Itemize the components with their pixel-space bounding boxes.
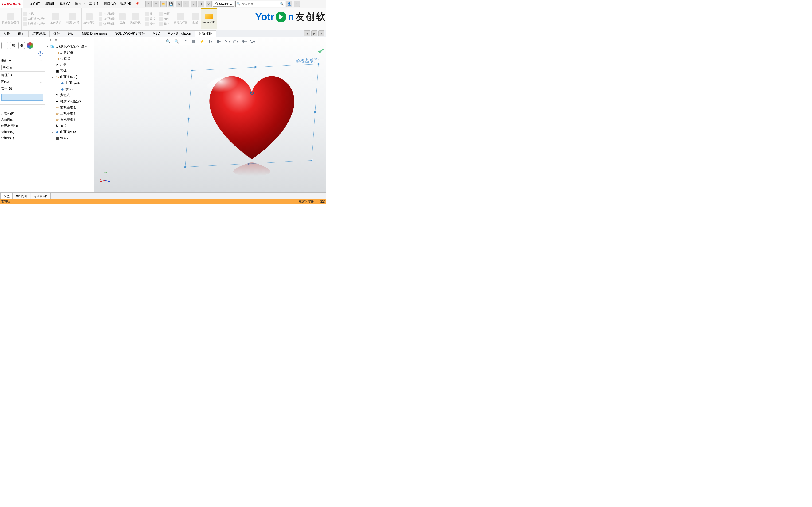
tree-front-plane[interactable]: ▱前视基准面	[46, 105, 94, 111]
tab-prev-icon[interactable]: ◀	[304, 30, 310, 36]
viewport[interactable]: 🔍 🔍 ↺ ▦ ⚡ ▮▾ ▮▾ 👁▾ ▢▾ ⚙▾ 🖵▾ ✔ 前视基准面	[94, 37, 326, 192]
display-icon[interactable]: ▮▾	[207, 38, 214, 44]
mirror-button[interactable]: 镜向	[159, 22, 170, 26]
tree-sensors[interactable]: 🗀传感器	[46, 56, 94, 62]
section-icon[interactable]: ▦	[191, 38, 197, 44]
tab-mbddim[interactable]: MBD Dimensions	[78, 30, 111, 37]
tree-equations[interactable]: Σ方程式	[46, 92, 94, 98]
tab-struct[interactable]: 结构系统	[29, 30, 50, 37]
tab-eval[interactable]: 评估	[64, 30, 78, 37]
pm-icon-2[interactable]: ▧	[10, 42, 16, 49]
extr-cut-button[interactable]: 拉伸切除	[50, 13, 61, 25]
tree-top-plane[interactable]: ▱上视基准面	[46, 111, 94, 117]
tree-surfbodies[interactable]: ▾🗀曲面实体(2)	[46, 74, 94, 80]
curve-button[interactable]: 曲线	[192, 13, 199, 25]
btab-motion[interactable]: 运动算例1	[31, 193, 51, 199]
handle-tr[interactable]	[317, 63, 320, 65]
print-icon[interactable]: 🖨	[175, 1, 182, 7]
tree-right-plane[interactable]: ▱右视基准面	[46, 117, 94, 123]
tab-expand-icon[interactable]: ⤢	[318, 30, 324, 36]
hide-show-icon[interactable]: 👁▾	[224, 38, 231, 44]
pm-sec-opts-head[interactable]: ⌃	[0, 105, 45, 111]
camera-icon[interactable]: ▢▾	[233, 38, 239, 44]
zoom-fit-icon[interactable]: 🔍	[165, 38, 171, 44]
tab-sketch[interactable]: 草图	[0, 30, 14, 37]
monitor-icon[interactable]: 🖵▾	[250, 38, 256, 44]
opt-partial-preview[interactable]: 分预览(T)	[0, 135, 45, 141]
tree-root[interactable]: ▾🧊心 (默认<<默认>_显示...	[46, 44, 94, 50]
pm-icon-3[interactable]: ⊕	[18, 42, 25, 49]
sweep-cut-button[interactable]: 扫描切除	[99, 12, 115, 16]
menu-window[interactable]: 窗口(W)	[102, 1, 117, 7]
user-icon[interactable]: 👤	[286, 1, 292, 7]
bound-cut-button[interactable]: 边界切除	[99, 22, 115, 26]
tab-next-icon[interactable]: ▶	[311, 30, 317, 36]
handle-tm[interactable]	[254, 66, 257, 68]
search-box[interactable]: 🔍 🔍	[236, 1, 285, 7]
ok-check-icon[interactable]: ✔	[317, 46, 325, 56]
btab-3dview[interactable]: 3D 视图	[13, 193, 30, 199]
tab-surface[interactable]: 曲面	[14, 30, 29, 37]
view-triad[interactable]: Y X	[99, 171, 111, 183]
tab-addin[interactable]: SOLIDWORKS 插件	[111, 30, 149, 37]
opt-full-preview[interactable]: 整预览(U)	[0, 129, 45, 135]
tab-flow[interactable]: Flow Simulation	[164, 30, 195, 37]
rev-cut-button[interactable]: 旋转切除	[84, 13, 95, 25]
loft-button[interactable]: 放样凸台/基体	[23, 17, 46, 21]
instant3d-button[interactable]: Instant3D	[201, 8, 217, 29]
menu-tools[interactable]: 工具(T)	[87, 1, 101, 7]
menu-insert[interactable]: 插入(I)	[73, 1, 86, 7]
pm-icon-4[interactable]	[27, 42, 33, 49]
open-icon[interactable]: 📂	[160, 1, 166, 7]
pm-sec-f-head[interactable]: 特征(F)⌄	[0, 71, 45, 78]
tree-annotations[interactable]: ▸A注解	[46, 62, 94, 68]
tree-surfloft3[interactable]: ◆曲面-放样3	[46, 80, 94, 86]
boundary-button[interactable]: 边界凸台/基体	[23, 22, 46, 26]
menu-edit[interactable]: 编辑(E)	[43, 1, 57, 7]
tree-material[interactable]: ≡材质 <未指定>	[46, 98, 94, 105]
menu-file[interactable]: 文件(F)	[28, 1, 42, 7]
btab-model[interactable]: 模型	[0, 193, 13, 199]
search-input[interactable]	[241, 2, 280, 6]
handle-lm[interactable]	[188, 118, 190, 120]
opt-propagate-vis[interactable]: 伸视象属性(P)	[0, 123, 45, 129]
rib-button[interactable]: 筋	[145, 12, 155, 16]
tree-mirror7b[interactable]: ▥镜向7	[46, 135, 94, 141]
pin-icon[interactable]: 📌	[134, 1, 140, 7]
pm-sec-b-head[interactable]: 实体(B)	[0, 85, 45, 92]
scene-icon[interactable]: ▮▾	[216, 38, 222, 44]
intersect-button[interactable]: 相交	[159, 17, 170, 21]
menu-help[interactable]: 帮助(H)	[119, 1, 133, 7]
handle-bl[interactable]	[184, 166, 187, 168]
tree-solid[interactable]: ▣实体	[46, 68, 94, 74]
doc-name[interactable]: 心.SLDPR...	[213, 1, 234, 7]
search-go-icon[interactable]: 🔍	[280, 2, 284, 6]
pm-icon-1[interactable]	[1, 42, 8, 49]
tab-analysis[interactable]: 分析准备	[195, 30, 216, 37]
undo-icon[interactable]: ↶	[183, 1, 189, 7]
draft-button[interactable]: 拨模	[145, 17, 155, 21]
loft-cut-button[interactable]: 放样切除	[99, 17, 115, 21]
opt-knit-surf[interactable]: 合曲面(K)	[0, 117, 45, 123]
settings-icon[interactable]: ⚙▾	[241, 38, 247, 44]
prev-view-icon[interactable]: ↺	[182, 38, 188, 44]
sweep-button[interactable]: 扫描	[23, 12, 46, 16]
tab-mbd[interactable]: MBD	[149, 30, 164, 37]
heart-model[interactable]: ↻	[193, 70, 311, 192]
hole-button[interactable]: 异型孔向导	[65, 13, 80, 25]
tree-loft3[interactable]: ▸◆曲面-放样3	[46, 129, 94, 135]
fillet-button[interactable]: 圆角	[119, 13, 126, 25]
shell-button[interactable]: 抽壳	[145, 22, 155, 26]
handle-tl[interactable]	[191, 69, 193, 72]
help-icon[interactable]: ?	[294, 1, 300, 7]
appearance-icon[interactable]: ⚡	[199, 38, 205, 44]
pm-sec-m-head[interactable]: 准面(M)⌃	[0, 57, 45, 64]
opt-merge-solid[interactable]: 并实体(R)	[0, 111, 45, 117]
tab-weld[interactable]: 焊件	[50, 30, 64, 37]
tree-origin[interactable]: ↳原点	[46, 123, 94, 129]
lpattern-button[interactable]: 线性阵列	[130, 13, 141, 25]
pm-body-selection[interactable]	[1, 94, 44, 101]
handle-br[interactable]	[311, 159, 313, 162]
pm-input-m[interactable]	[1, 65, 44, 70]
handle-rm[interactable]	[314, 111, 316, 114]
